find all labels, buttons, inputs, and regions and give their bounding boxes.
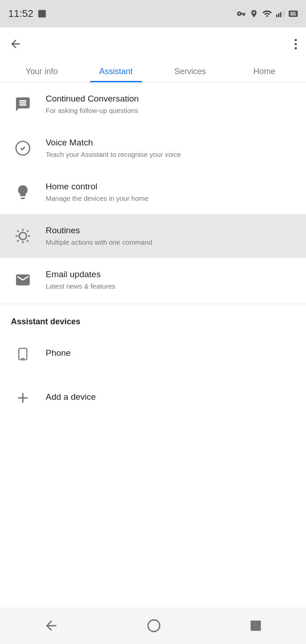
top-bar — [0, 27, 306, 60]
home-control-content: Home control Manage the devices in your … — [46, 182, 295, 203]
assistant-devices-header: Assistant devices — [0, 306, 306, 332]
tab-your-info[interactable]: Your info — [5, 60, 79, 82]
list-item-voice-match[interactable]: Voice Match Teach your Assistant to reco… — [0, 126, 306, 170]
add-device-content: Add a device — [46, 392, 295, 404]
list-item-add-device[interactable]: Add a device — [0, 376, 306, 420]
continued-conversation-subtitle: For asking follow-up questions — [46, 106, 295, 115]
email-icon — [11, 268, 35, 292]
location-icon — [249, 9, 259, 18]
add-device-label: Add a device — [46, 392, 295, 402]
time-display: 11:52 — [8, 8, 33, 20]
bottom-nav — [0, 607, 306, 644]
add-icon — [11, 386, 35, 410]
svg-rect-4 — [284, 10, 285, 17]
phone-icon — [11, 342, 35, 366]
tab-home[interactable]: Home — [227, 60, 302, 82]
list-item-email-updates[interactable]: Email updates Latest news & features — [0, 258, 306, 302]
signal-icon — [276, 9, 285, 18]
back-button[interactable] — [9, 38, 22, 50]
battery-indicator: 65 — [289, 11, 298, 17]
continued-conversation-content: Continued Conversation For asking follow… — [46, 94, 295, 115]
email-updates-title: Email updates — [46, 269, 295, 279]
home-nav-button[interactable] — [146, 618, 162, 633]
svg-rect-18 — [250, 621, 261, 631]
tab-assistant[interactable]: Assistant — [79, 60, 153, 82]
list-item-phone[interactable]: Phone — [0, 332, 306, 376]
back-nav-button[interactable] — [43, 618, 59, 633]
svg-rect-0 — [276, 15, 278, 17]
tab-bar: Your info Assistant Services Home — [0, 60, 306, 82]
recents-nav-button[interactable] — [249, 619, 263, 633]
status-time: 11:52 — [8, 8, 47, 20]
routines-title: Routines — [46, 225, 295, 236]
phone-content: Phone — [46, 348, 295, 360]
voice-match-icon — [11, 136, 35, 160]
list-item-home-control[interactable]: Home control Manage the devices in your … — [0, 170, 306, 214]
status-icons: 65 — [237, 9, 298, 19]
tab-services[interactable]: Services — [153, 60, 227, 82]
continued-conversation-title: Continued Conversation — [46, 94, 295, 104]
phone-label: Phone — [46, 348, 295, 358]
key-icon — [237, 9, 246, 18]
voice-match-title: Voice Match — [46, 138, 295, 148]
wifi-icon — [262, 9, 272, 19]
email-updates-content: Email updates Latest news & features — [46, 269, 295, 291]
voice-match-content: Voice Match Teach your Assistant to reco… — [46, 138, 295, 159]
svg-point-17 — [148, 620, 160, 632]
email-updates-subtitle: Latest news & features — [46, 281, 295, 291]
list-item-continued-conversation[interactable]: Continued Conversation For asking follow… — [0, 82, 306, 126]
svg-rect-1 — [278, 13, 280, 17]
more-options-button[interactable] — [295, 39, 297, 49]
routines-icon — [11, 224, 35, 248]
dot1 — [295, 39, 297, 41]
dot3 — [295, 47, 297, 49]
routines-content: Routines Multiple actions with one comma… — [46, 225, 295, 247]
dot2 — [295, 43, 297, 45]
list-item-routines[interactable]: Routines Multiple actions with one comma… — [0, 214, 306, 258]
routines-subtitle: Multiple actions with one command — [46, 237, 295, 247]
status-bar: 11:52 65 — [0, 0, 306, 27]
svg-rect-3 — [282, 11, 283, 17]
photo-icon — [37, 9, 47, 19]
svg-rect-2 — [280, 12, 281, 17]
chat-icon — [11, 92, 35, 116]
home-control-title: Home control — [46, 182, 295, 192]
home-control-subtitle: Manage the devices in your home — [46, 193, 295, 203]
svg-rect-15 — [19, 349, 27, 360]
section-divider — [0, 304, 306, 304]
home-control-icon — [11, 180, 35, 204]
voice-match-subtitle: Teach your Assistant to recognise your v… — [46, 150, 295, 159]
